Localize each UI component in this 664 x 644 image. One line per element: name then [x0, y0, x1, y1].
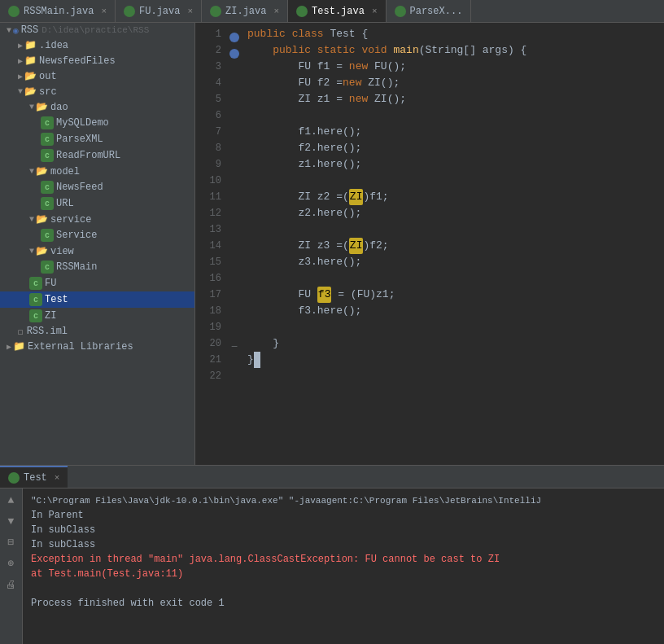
sidebar-item-test[interactable]: c Test	[0, 291, 194, 308]
code-line-8: f2.here();	[241, 140, 664, 156]
sidebar-item-rssxml[interactable]: ◻ RSS.iml	[0, 324, 194, 339]
rssxml-label: RSS.iml	[27, 326, 194, 337]
code-line-16	[241, 270, 664, 287]
tab-close-rssmain[interactable]: ×	[101, 7, 107, 16]
sidebar-item-out[interactable]: ▶ 📂 out	[0, 68, 194, 84]
newsfeedfiles-folder-icon: 📁	[24, 55, 37, 67]
model-folder-icon: 📂	[36, 165, 48, 177]
code-line-19	[241, 319, 664, 335]
code-editor: 1 2 3 4 5 6 7 8 9 10 11 12 13 14 15 16 1…	[195, 23, 664, 465]
filter-icon[interactable]: ⊟	[3, 534, 20, 550]
sidebar-item-extlibs[interactable]: ▶ 📁 External Libraries	[0, 339, 194, 354]
sidebar-item-mysqldemo[interactable]: c MySQLDemo	[0, 115, 194, 131]
tab-rssmain[interactable]: RSSMain.java ×	[0, 0, 116, 22]
tab-icon-parsex	[395, 6, 406, 17]
sidebar-item-service-folder[interactable]: ▼ 📂 service	[0, 212, 194, 227]
zi-label: ZI	[45, 310, 194, 322]
newsfeed-label: NewsFeed	[56, 182, 194, 193]
scroll-down-icon[interactable]: ▼	[3, 513, 20, 529]
code-line-14: ZI z3 =(ZI)f2;	[241, 238, 664, 254]
dao-folder-icon: 📂	[36, 101, 48, 113]
sidebar-item-zi[interactable]: c ZI	[0, 308, 194, 324]
service-folder-icon: 📂	[36, 213, 48, 226]
model-chevron: ▼	[29, 167, 34, 176]
code-line-17: FU f3 = (FU)z1;	[241, 287, 664, 303]
out-chevron: ▶	[18, 72, 23, 81]
tab-close-zi[interactable]: ×	[273, 7, 279, 16]
code-line-5: ZI z1 = new ZI();	[241, 91, 664, 107]
src-label: src	[39, 86, 194, 98]
newsfeedfiles-label: NewsfeedFiles	[39, 55, 194, 67]
console-line-2: In subClass	[31, 523, 656, 537]
dao-label: dao	[50, 102, 194, 113]
sidebar-item-model[interactable]: ▼ 📂 model	[0, 164, 194, 179]
sidebar-item-parsexml[interactable]: c ParseXML	[0, 131, 194, 147]
tab-parsex[interactable]: ParseX...	[387, 0, 472, 22]
sidebar-item-rssmain[interactable]: c RSSMain	[0, 259, 194, 275]
code-line-3: FU f1 = new FU();	[241, 59, 664, 75]
sidebar-item-readfromurl[interactable]: c ReadFromURL	[0, 147, 194, 164]
scroll-up-icon[interactable]: ▲	[3, 492, 20, 508]
code-line-6	[241, 107, 664, 124]
bottom-tab-close[interactable]: ×	[55, 473, 60, 483]
service-chevron: ▼	[29, 215, 34, 224]
code-line-4: FU f2 =new ZI();	[241, 75, 664, 91]
bottom-content: ▲ ▼ ⊟ ⊕ 🖨 "C:\Program Files\Java\jdk-10.…	[0, 488, 664, 644]
console-line-exception: Exception in thread "main" java.lang.Cla…	[31, 552, 656, 567]
tab-label-test: Test.java	[312, 6, 365, 17]
code-line-9: z1.here();	[241, 156, 664, 173]
tab-close-fu[interactable]: ×	[187, 7, 193, 16]
tab-test[interactable]: Test.java ×	[288, 0, 386, 22]
sidebar-item-service-class[interactable]: c Service	[0, 227, 194, 243]
code-line-21: }	[241, 352, 664, 368]
code-line-18: f3.here();	[241, 303, 664, 319]
sidebar-project-root[interactable]: ▼ ◉ RSS D:\idea\practice\RSS	[0, 23, 194, 37]
sidebar-item-dao[interactable]: ▼ 📂 dao	[0, 99, 194, 115]
sidebar-item-src[interactable]: ▼ 📂 src	[0, 84, 194, 99]
line-numbers: 1 2 3 4 5 6 7 8 9 10 11 12 13 14 15 16 1…	[195, 23, 228, 465]
tab-icon-rssmain	[8, 6, 20, 17]
src-folder-icon: 📂	[24, 85, 37, 98]
bottom-tab-test[interactable]: Test ×	[0, 466, 68, 488]
sidebar-item-newsfeedfiles[interactable]: ▶ 📁 NewsfeedFiles	[0, 53, 194, 68]
console-line-1: In Parent	[31, 508, 656, 523]
console-output[interactable]: "C:\Program Files\Java\jdk-10.0.1\bin\ja…	[23, 488, 664, 644]
sidebar-item-url[interactable]: c URL	[0, 195, 194, 212]
out-label: out	[39, 71, 194, 82]
code-line-10	[241, 173, 664, 189]
run-button-line2[interactable]	[229, 49, 239, 59]
sidebar-item-view[interactable]: ▼ 📂 view	[0, 243, 194, 259]
pin-icon[interactable]: ⊕	[3, 555, 20, 572]
run-button-line1[interactable]	[229, 33, 239, 42]
sidebar-item-fu[interactable]: c FU	[0, 275, 194, 291]
console-line-exit: Process finished with exit code 1	[31, 596, 656, 611]
sidebar-item-idea[interactable]: ▶ 📁 .idea	[0, 37, 194, 53]
print-icon[interactable]: 🖨	[3, 576, 20, 593]
tab-close-test[interactable]: ×	[372, 7, 378, 16]
code-line-20: }	[241, 335, 664, 352]
tab-icon-fu	[124, 6, 135, 17]
fu-class-icon: c	[29, 277, 42, 290]
tab-label-parsex: ParseX...	[410, 6, 463, 17]
sidebar-item-newsfeed[interactable]: c NewsFeed	[0, 179, 194, 195]
view-chevron: ▼	[29, 247, 34, 256]
service-class-icon: c	[41, 229, 54, 242]
tab-fu[interactable]: FU.java ×	[116, 0, 202, 22]
code-content[interactable]: public class Test { public static void m…	[241, 23, 664, 465]
parsexml-label: ParseXML	[56, 134, 194, 145]
code-line-1: public class Test {	[241, 26, 664, 42]
service-class-label: Service	[56, 230, 194, 241]
src-chevron: ▼	[18, 87, 23, 96]
collapse-btn-line20[interactable]: −	[231, 340, 238, 353]
project-chevron: ▼	[7, 26, 11, 35]
idea-chevron: ▶	[18, 41, 23, 50]
tab-zi[interactable]: ZI.java ×	[202, 0, 288, 22]
code-line-22	[241, 368, 664, 384]
console-line-blank	[31, 581, 656, 596]
zi-class-icon: c	[29, 309, 42, 322]
tab-bar: RSSMain.java × FU.java × ZI.java × Test.…	[0, 0, 664, 23]
bottom-sidebar: ▲ ▼ ⊟ ⊕ 🖨	[0, 488, 23, 644]
bottom-tab-bar: Test ×	[0, 466, 664, 488]
fu-label: FU	[45, 278, 194, 289]
url-label: URL	[56, 198, 194, 209]
